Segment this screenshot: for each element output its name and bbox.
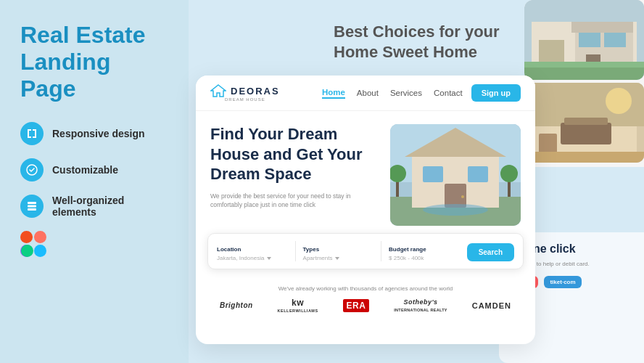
partner-brighton: Brighton [220, 301, 253, 309]
partners-logos: Brighton kw KELLERWILLIAMS ERA Sotheby's… [207, 298, 524, 313]
left-title: Real Estate Landing Page [20, 22, 168, 102]
svg-point-42 [500, 165, 518, 182]
svg-marker-43 [267, 257, 271, 260]
partner-era: ERA [343, 299, 370, 312]
svg-rect-1 [28, 202, 36, 204]
svg-marker-44 [335, 257, 339, 260]
feature-responsive-label: Responsive design [52, 128, 145, 139]
svg-rect-4 [20, 231, 33, 243]
organized-icon [20, 195, 44, 218]
svg-rect-34 [423, 166, 443, 182]
partners-title: We've already working with thousands of … [207, 285, 524, 292]
top-headline-line1: Best Choices for your Home Sweet Home [334, 22, 500, 62]
location-label: Location [217, 246, 288, 253]
types-value[interactable]: Apartments [303, 255, 374, 261]
top-right-card [524, 0, 644, 167]
svg-rect-26 [524, 152, 644, 163]
svg-rect-35 [468, 166, 488, 182]
feature-customizable-label: Customizable [52, 164, 118, 176]
svg-marker-27 [211, 85, 226, 97]
svg-point-37 [461, 195, 464, 198]
feature-responsive: Responsive design [20, 122, 168, 145]
hero-description: We provide the best service for your nee… [210, 192, 355, 211]
feature-organized-label: Well-organized elements [52, 195, 168, 218]
signup-button[interactable]: Sign up [471, 84, 521, 102]
hero-content: Find Your Dream House and Get Your Dream… [210, 124, 381, 226]
feature-customizable: Customizable [20, 158, 168, 182]
budget-label: Budget range [389, 246, 460, 253]
location-dropdown-icon [266, 256, 272, 261]
types-dropdown-icon [334, 256, 340, 261]
feature-organized: Well-organized elements [20, 195, 168, 218]
svg-rect-3 [28, 208, 36, 211]
tiket-logo: tiket·com [544, 276, 581, 288]
svg-rect-13 [579, 33, 600, 47]
nav-link-contact[interactable]: Contact [434, 89, 463, 97]
svg-marker-16 [571, 22, 633, 33]
types-field: Types Apartments [303, 246, 374, 261]
partner-sothebys: Sotheby'sINTERNATIONAL REALTY [394, 298, 447, 313]
svg-rect-7 [34, 245, 46, 257]
center-card: DEORAS DREAM HOUSE Home About Services C… [196, 76, 535, 344]
svg-rect-14 [604, 33, 626, 47]
top-right-image-2 [524, 83, 644, 163]
nav-link-about[interactable]: About [357, 89, 379, 97]
search-bar: Location Jakarta, Indonesia Types Apartm… [207, 233, 524, 269]
nav-links: Home About Services Contact [322, 88, 463, 99]
customizable-icon [20, 158, 44, 182]
svg-rect-2 [28, 205, 36, 208]
hero-image [390, 124, 521, 226]
svg-point-22 [606, 88, 632, 114]
partner-kw: kw KELLERWILLIAMS [278, 298, 318, 313]
search-button[interactable]: Search [467, 243, 514, 261]
svg-rect-5 [34, 231, 46, 243]
nav-link-services[interactable]: Services [390, 89, 422, 97]
top-headline: Best Choices for your Home Sweet Home [334, 22, 500, 62]
logo-sub: DREAM HOUSE [225, 97, 265, 102]
logo-icon: DEORAS [210, 84, 280, 97]
types-label: Types [303, 246, 374, 253]
svg-rect-24 [564, 118, 608, 125]
location-value[interactable]: Jakarta, Indonesia [217, 255, 288, 261]
location-field: Location Jakarta, Indonesia [217, 246, 288, 261]
logo-text: DEORAS [231, 86, 280, 97]
svg-point-38 [423, 204, 488, 216]
budget-field: Budget range $ 250k - 400k [389, 246, 460, 261]
svg-point-8 [21, 245, 33, 257]
partners-section: We've already working with thousands of … [196, 280, 535, 320]
partner-camden: CAMDEN [472, 301, 511, 310]
left-panel: Real Estate Landing Page Responsive desi… [0, 0, 189, 363]
responsive-icon [20, 122, 44, 145]
logo-area: DEORAS DREAM HOUSE [210, 84, 280, 102]
navbar: DEORAS DREAM HOUSE Home About Services C… [196, 76, 535, 111]
search-divider-1 [295, 241, 296, 261]
svg-rect-18 [524, 62, 644, 68]
search-divider-2 [381, 241, 381, 261]
hero-section: Find Your Dream House and Get Your Dream… [196, 111, 535, 226]
hero-title: Find Your Dream House and Get Your Dream… [210, 124, 381, 184]
svg-rect-23 [561, 123, 611, 144]
nav-link-home[interactable]: Home [322, 88, 345, 99]
budget-value[interactable]: $ 250k - 400k [389, 255, 460, 261]
top-right-image-1 [524, 0, 644, 80]
figma-logo [20, 231, 168, 260]
logo-house-icon [210, 84, 226, 97]
